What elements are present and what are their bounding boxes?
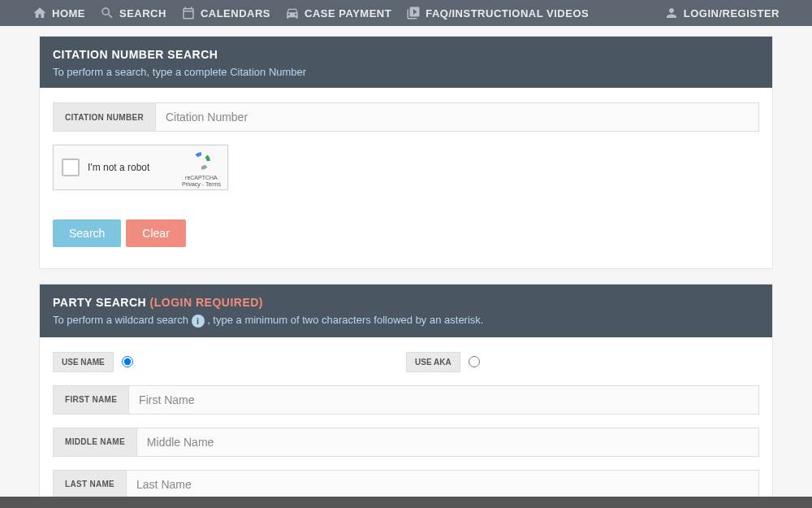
nav-case-payment[interactable]: CASE PAYMENT [285,6,391,20]
citation-input[interactable] [155,102,759,132]
middle-name-label: MIDDLE NAME [53,428,136,457]
citation-title: CITATION NUMBER SEARCH [53,48,759,61]
info-icon[interactable]: i [192,315,205,328]
nav-login[interactable]: LOGIN/REGISTER [664,6,780,20]
home-icon [32,6,47,20]
recaptcha-legal: Privacy - Terms [182,181,221,188]
party-radio-row: USE NAME USE AKA [53,352,759,372]
use-name-radio[interactable] [122,356,133,367]
calendar-icon [181,6,196,20]
citation-desc: To perform a search, type a complete Cit… [53,66,759,78]
nav-calendars-label: CALENDARS [201,7,270,20]
nav-search[interactable]: SEARCH [100,6,166,20]
nav-faq-label: FAQ/INSTRUCTIONAL VIDEOS [425,7,589,20]
recaptcha-brand: reCAPTCHA [182,175,221,181]
citation-body: CITATION NUMBER I'm not a robot reCAPTCH… [40,88,772,268]
nav-home[interactable]: HOME [32,6,85,20]
nav-left: HOME SEARCH CALENDARS CASE PAYMENT FAQ/I… [32,6,589,20]
bottom-bar [0,497,812,508]
first-name-input[interactable] [128,385,759,415]
party-title-row: PARTY SEARCH (LOGIN REQUIRED) [53,296,759,309]
car-icon [285,6,300,20]
use-name-label: USE NAME [53,352,114,372]
search-icon [100,6,114,20]
recaptcha-widget[interactable]: I'm not a robot reCAPTCHA Privacy - Term… [53,145,228,190]
use-aka-label: USE AKA [406,352,460,372]
last-name-row: LAST NAME [53,470,759,499]
nav-home-label: HOME [52,7,85,20]
party-desc-post: , type a minimum of two characters follo… [207,314,483,326]
recaptcha-checkbox[interactable] [62,158,80,176]
use-aka-radio[interactable] [469,356,480,367]
top-nav: HOME SEARCH CALENDARS CASE PAYMENT FAQ/I… [0,0,812,26]
clear-button[interactable]: Clear [126,219,185,247]
last-name-label: LAST NAME [53,470,126,499]
nav-case-payment-label: CASE PAYMENT [304,7,391,20]
party-title: PARTY SEARCH [53,296,146,309]
use-name-group: USE NAME [53,352,406,372]
nav-calendars[interactable]: CALENDARS [181,6,270,20]
party-desc: To perform a wildcard search i , type a … [53,314,759,328]
party-desc-pre: To perform a wildcard search [53,314,192,326]
recaptcha-text: I'm not a robot [88,162,149,173]
recaptcha-logo: reCAPTCHA Privacy - Terms [182,150,221,189]
last-name-input[interactable] [126,470,759,499]
party-panel: PARTY SEARCH (LOGIN REQUIRED) To perform… [39,284,773,508]
party-header: PARTY SEARCH (LOGIN REQUIRED) To perform… [40,284,772,337]
citation-panel: CITATION NUMBER SEARCH To perform a sear… [39,36,773,269]
citation-header: CITATION NUMBER SEARCH To perform a sear… [40,37,772,88]
video-icon [406,6,421,20]
citation-field-label: CITATION NUMBER [53,102,155,132]
middle-name-row: MIDDLE NAME [53,428,759,457]
nav-right: LOGIN/REGISTER [664,6,780,20]
nav-faq[interactable]: FAQ/INSTRUCTIONAL VIDEOS [406,6,589,20]
use-aka-group: USE AKA [406,352,759,372]
user-icon [664,6,679,20]
citation-field-row: CITATION NUMBER [53,102,759,132]
party-login-required: (LOGIN REQUIRED) [150,296,263,309]
first-name-label: FIRST NAME [53,385,128,415]
search-button[interactable]: Search [53,219,121,247]
first-name-row: FIRST NAME [53,385,759,415]
nav-login-label: LOGIN/REGISTER [684,7,780,20]
page-content: CITATION NUMBER SEARCH To perform a sear… [0,26,812,508]
party-body: USE NAME USE AKA FIRST NAME MIDDLE NAME … [40,337,772,508]
middle-name-input[interactable] [136,428,759,457]
nav-search-label: SEARCH [119,7,166,20]
citation-button-row: Search Clear [53,219,759,247]
